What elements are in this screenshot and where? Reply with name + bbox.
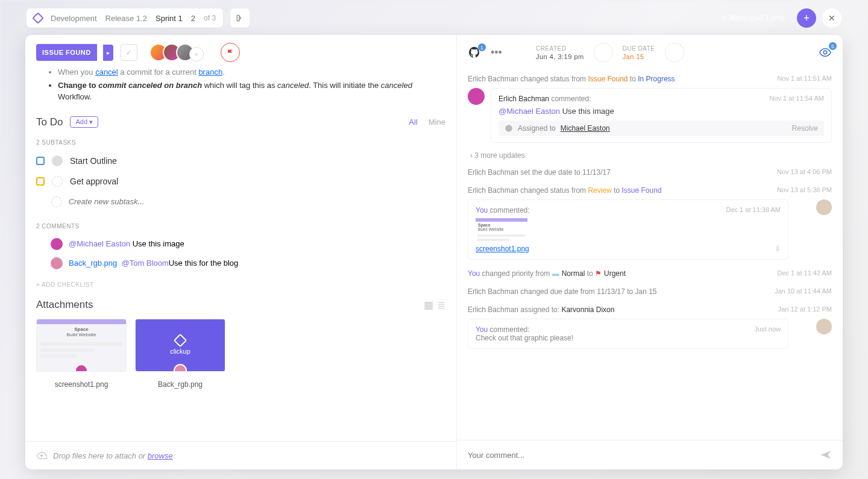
add-assignee-button[interactable]: + — [189, 47, 204, 61]
comment-verb: commented: — [488, 325, 529, 334]
comment-author: Erlich Bachman — [498, 95, 549, 103]
subtask-row[interactable]: Start Outline — [36, 151, 445, 171]
activity-timestamp: Nov 13 at 5:38 PM — [771, 186, 832, 193]
close-button[interactable]: ✕ — [822, 8, 841, 28]
assigned-label: Assigned to — [518, 124, 556, 133]
desc-bolditalic: commit canceled on branch — [98, 81, 202, 90]
comment-timestamp: Just now — [755, 325, 781, 333]
github-button[interactable]: 1 — [468, 46, 481, 59]
activity-row: Erlich Bachman assigned to: Karvonnia Di… — [468, 301, 832, 319]
status-square-icon[interactable] — [36, 177, 45, 186]
comment-avatar — [51, 257, 63, 269]
list-view-icon[interactable]: ≣ — [437, 299, 445, 312]
add-button[interactable]: + — [797, 8, 816, 28]
activity-text: Erlich Bachman changed due date from 11/… — [468, 287, 657, 296]
due-meta[interactable]: DUE DATE Jan 15 — [623, 45, 655, 60]
comment-text: Check out that graphic please! — [476, 334, 781, 342]
breadcrumb: Development Release 1.2 Sprint 1 2 of 3 — [27, 8, 223, 28]
comment-mention[interactable]: @Tom Bloom — [121, 258, 168, 268]
to-word: to — [614, 186, 620, 195]
browse-link[interactable]: browse — [148, 451, 173, 460]
attachment-card[interactable]: SpaceBuild Website screenshot1.png — [36, 319, 127, 389]
activity-text: changed priority from — [480, 269, 552, 278]
due-value: Jan 15 — [623, 53, 655, 60]
add-label: Add — [75, 118, 87, 125]
activity-timestamp: Nov 13 at 4:06 PM — [771, 168, 832, 175]
start-date-placeholder[interactable] — [594, 43, 613, 62]
comment-input[interactable] — [468, 451, 814, 460]
subtask-assignee-empty[interactable] — [51, 196, 61, 207]
desc-link-branch[interactable]: branch — [198, 67, 222, 77]
add-checklist-button[interactable]: + ADD CHECKLIST — [36, 281, 445, 288]
new-subtask-input[interactable] — [69, 197, 445, 206]
assigned-icon — [505, 124, 513, 133]
todo-comment[interactable]: Back_rgb.png @Tom BloomUse this for the … — [36, 254, 445, 273]
subtask-row[interactable]: Get approval — [36, 171, 445, 192]
svg-point-1 — [505, 125, 512, 132]
status-dropdown[interactable]: ▸ — [103, 45, 113, 61]
mentioned-label: Mentioned 1 time — [729, 14, 785, 22]
assigned-pill: Assigned to Michael Easton Resolve — [498, 121, 824, 136]
status-button[interactable]: ISSUE FOUND — [36, 44, 97, 61]
comment-attachment-thumb[interactable]: SpaceBuild Website — [476, 218, 527, 241]
flag-icon — [227, 49, 234, 56]
comment-verb: commented: — [551, 95, 591, 103]
subtask-assignee-avatar[interactable] — [52, 155, 63, 166]
resolve-button[interactable]: Resolve — [792, 124, 818, 133]
watchers-button[interactable]: 5 — [819, 46, 832, 59]
task-card: ISSUE FOUND ▸ ✓ + When you cancel a comm… — [25, 35, 843, 469]
exit-button[interactable] — [230, 8, 250, 28]
activity-feed: Erlich Bachman changed status from Issue… — [457, 64, 843, 440]
crumb-release[interactable]: Release 1.2 — [105, 14, 147, 23]
download-icon[interactable]: ⇩ — [775, 245, 781, 253]
status-square-icon[interactable] — [36, 157, 45, 165]
desc-text: When you — [58, 67, 95, 77]
priority-flag-button[interactable] — [221, 43, 240, 62]
mentioned-pill[interactable]: # Mentioned 1 time — [715, 10, 791, 26]
activity-row: You changed priority from Normal to Urge… — [468, 265, 832, 283]
filter-mine[interactable]: Mine — [429, 117, 445, 127]
activity-avatar — [816, 319, 832, 334]
created-meta: CREATED Jun 4, 3:19 pm — [536, 45, 584, 60]
status-tag: In Progress — [638, 75, 675, 83]
activity-row: Erlich Bachman changed status from Revie… — [468, 181, 832, 199]
comment-file-link[interactable]: screenshot1.png — [476, 245, 529, 253]
activity-timestamp: Dec 1 at 11:42 AM — [772, 269, 832, 277]
created-value: Jun 4, 3:19 pm — [536, 53, 584, 60]
comment-mention[interactable]: @Michael Easton — [498, 107, 560, 116]
comment-timestamp: Dec 1 at 11:38 AM — [726, 206, 781, 213]
todo-comment[interactable]: @Michael Easton Use this image — [36, 234, 445, 254]
created-label: CREATED — [536, 45, 584, 52]
comment-file-link[interactable]: Back_rgb.png — [69, 258, 117, 268]
exit-icon — [236, 14, 244, 22]
attachment-thumbnail: clickup — [135, 319, 225, 372]
add-todo-button[interactable]: Add ▾ — [70, 116, 98, 128]
crumb-space[interactable]: Development — [51, 14, 97, 23]
left-footer-dropzone[interactable]: Drop files here to attach or browse — [25, 441, 456, 469]
grid-view-icon[interactable]: ▦ — [424, 299, 433, 312]
more-menu-button[interactable]: ••• — [491, 46, 502, 59]
more-updates-toggle[interactable]: › 3 more updates — [468, 148, 832, 163]
comment-avatar — [51, 238, 63, 250]
attachments-row: SpaceBuild Website screenshot1.png click… — [36, 319, 445, 389]
attachment-author-avatar — [75, 364, 88, 372]
filter-all[interactable]: All — [409, 117, 417, 127]
desc-link-cancel[interactable]: cancel — [95, 67, 118, 77]
new-subtask-row — [36, 192, 445, 212]
activity-text: Erlich Bachman changed status from — [468, 75, 586, 83]
complete-checkbox[interactable]: ✓ — [121, 44, 137, 61]
time-estimate-placeholder[interactable] — [665, 43, 684, 62]
todo-title: To Do — [36, 116, 63, 128]
activity-row: Erlich Bachman set the due date to 11/13… — [468, 163, 832, 181]
subtask-assignee-empty[interactable] — [52, 176, 63, 187]
attachment-filename: screenshot1.png — [36, 380, 127, 389]
assigned-name[interactable]: Michael Easton — [561, 124, 610, 133]
crumb-sprint[interactable]: Sprint 1 — [156, 14, 183, 23]
send-icon[interactable] — [820, 449, 832, 461]
cloud-upload-icon — [36, 450, 47, 461]
comment-mention[interactable]: @Michael Easton — [69, 239, 130, 248]
you-label: You — [476, 206, 488, 214]
attachment-thumbnail: SpaceBuild Website — [36, 319, 127, 372]
attachment-card[interactable]: clickup Back_rgb.png — [135, 319, 225, 389]
activity-comment-you: You commented: Just now Check out that g… — [468, 319, 788, 349]
